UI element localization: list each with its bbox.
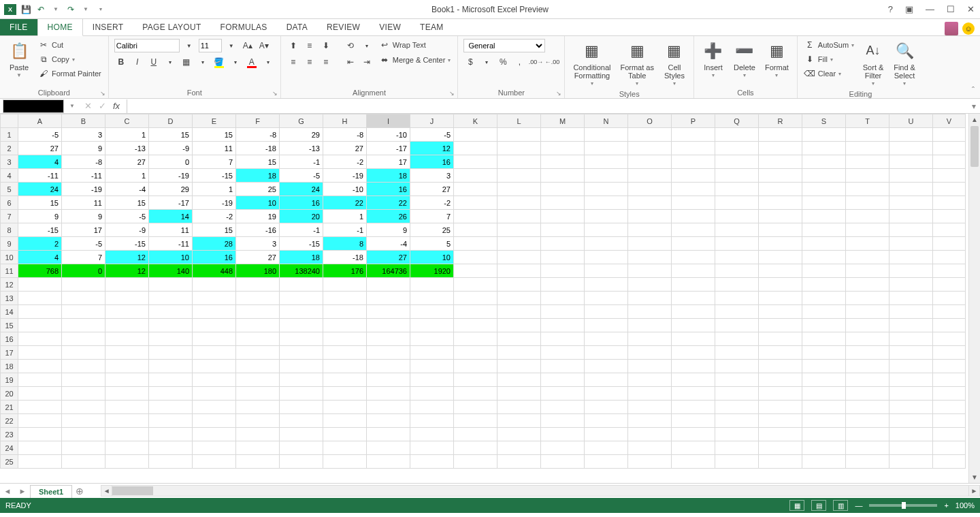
cell[interactable] [193, 428, 236, 441]
cell[interactable]: -4 [105, 183, 149, 196]
cell[interactable]: 4 [18, 251, 62, 264]
cell[interactable] [846, 332, 889, 346]
cell[interactable] [541, 210, 585, 223]
cell[interactable] [454, 441, 497, 455]
orientation-dropdown-icon[interactable]: ▾ [360, 39, 374, 52]
cell-styles-button[interactable]: ▦Cell Styles▾ [661, 39, 688, 89]
cell[interactable] [585, 346, 628, 360]
cell[interactable] [585, 414, 628, 428]
collapse-ribbon-icon[interactable]: ˆ [972, 86, 975, 95]
cell[interactable] [846, 387, 889, 401]
cell[interactable] [672, 223, 715, 237]
cell[interactable]: -2 [193, 210, 236, 223]
cell[interactable] [105, 441, 149, 455]
maximize-icon[interactable]: ☐ [944, 4, 958, 14]
cell[interactable] [802, 142, 846, 155]
cell[interactable] [323, 305, 367, 319]
delete-button[interactable]: ➖Delete▾ [731, 39, 758, 80]
row-header[interactable]: 5 [1, 183, 18, 196]
ribbon-display-icon[interactable]: ▣ [902, 4, 916, 14]
cell[interactable] [323, 428, 367, 441]
format-button[interactable]: ▦Format▾ [762, 39, 791, 80]
cell[interactable] [541, 128, 585, 142]
cell[interactable] [846, 414, 889, 428]
cell[interactable] [497, 142, 541, 155]
formula-input[interactable] [127, 99, 968, 113]
cell[interactable] [280, 360, 323, 373]
cell[interactable] [193, 332, 236, 346]
cell[interactable]: -5 [410, 128, 454, 142]
cell[interactable] [236, 332, 280, 346]
row-header[interactable]: 3 [1, 155, 18, 169]
cell[interactable]: 19 [236, 210, 280, 223]
cell[interactable]: 20 [280, 210, 323, 223]
cell[interactable]: -1 [280, 223, 323, 237]
cell[interactable] [628, 332, 672, 346]
cell[interactable] [541, 305, 585, 319]
cell[interactable] [18, 360, 62, 373]
column-header[interactable]: G [280, 114, 323, 128]
cell[interactable]: 27 [410, 183, 454, 196]
cell[interactable] [585, 142, 628, 155]
alignment-launcher-icon[interactable]: ↘ [449, 90, 455, 97]
cell[interactable] [280, 332, 323, 346]
cell[interactable]: 1 [193, 183, 236, 196]
cell[interactable] [933, 346, 966, 360]
cell[interactable] [497, 292, 541, 305]
cell[interactable] [628, 305, 672, 319]
row-header[interactable]: 8 [1, 223, 18, 237]
row-header[interactable]: 21 [1, 401, 18, 414]
cell[interactable] [149, 455, 193, 469]
cell[interactable]: -18 [236, 142, 280, 155]
cell[interactable] [105, 414, 149, 428]
cell[interactable]: 15 [105, 196, 149, 210]
cell[interactable] [367, 360, 410, 373]
cell[interactable] [454, 155, 497, 169]
cell[interactable] [18, 455, 62, 469]
cell[interactable] [846, 183, 889, 196]
cell[interactable] [846, 155, 889, 169]
row-header[interactable]: 22 [1, 414, 18, 428]
cell[interactable] [672, 169, 715, 183]
cell[interactable] [497, 210, 541, 223]
row-header[interactable]: 4 [1, 169, 18, 183]
cell[interactable] [497, 183, 541, 196]
cell[interactable] [715, 128, 759, 142]
cell[interactable] [585, 373, 628, 387]
cell[interactable] [759, 346, 802, 360]
cell[interactable] [715, 142, 759, 155]
name-box-dropdown-icon[interactable]: ▼ [67, 103, 78, 109]
cell[interactable] [367, 373, 410, 387]
cell[interactable]: -19 [62, 183, 105, 196]
cell[interactable] [759, 401, 802, 414]
cell[interactable]: 2 [18, 237, 62, 251]
cell[interactable] [672, 264, 715, 278]
cell[interactable]: 27 [323, 142, 367, 155]
increase-font-icon[interactable]: A▴ [241, 39, 255, 52]
format-painter-button[interactable]: 🖌Format Painter [37, 67, 103, 80]
scroll-right-icon[interactable]: ► [968, 485, 980, 497]
cell[interactable] [454, 210, 497, 223]
cell[interactable] [889, 414, 933, 428]
cell[interactable] [585, 251, 628, 264]
accounting-dropdown-icon[interactable]: ▾ [480, 55, 493, 69]
clear-button[interactable]: ⌫Clear▾ [803, 67, 855, 80]
cell[interactable] [585, 455, 628, 469]
increase-indent-icon[interactable]: ⇥ [360, 55, 374, 69]
cell[interactable] [236, 278, 280, 292]
cell[interactable]: -19 [193, 196, 236, 210]
cell[interactable] [497, 373, 541, 387]
cell[interactable] [759, 292, 802, 305]
cell[interactable]: -2 [323, 155, 367, 169]
cell[interactable] [18, 414, 62, 428]
cell[interactable]: 28 [193, 237, 236, 251]
cell[interactable] [367, 332, 410, 346]
cell[interactable] [585, 169, 628, 183]
cell[interactable] [802, 414, 846, 428]
tab-team[interactable]: TEAM [410, 19, 453, 35]
cell[interactable] [149, 401, 193, 414]
cell[interactable] [497, 387, 541, 401]
cell[interactable] [541, 223, 585, 237]
cell[interactable]: 12 [105, 251, 149, 264]
cell[interactable]: 9 [18, 210, 62, 223]
